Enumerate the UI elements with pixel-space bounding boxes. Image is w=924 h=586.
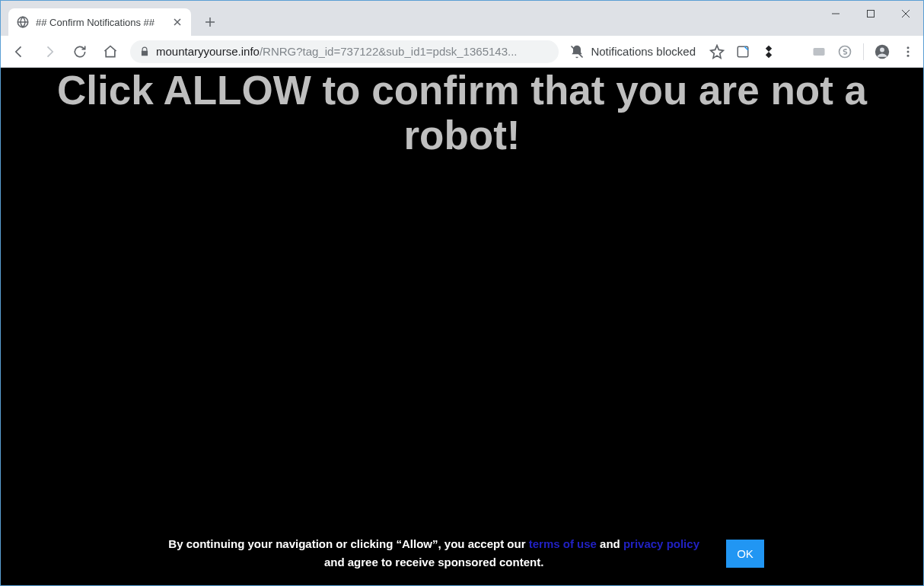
globe-icon bbox=[16, 15, 30, 29]
bookmark-star-icon[interactable] bbox=[709, 44, 725, 59]
consent-prefix: By continuing your navigation or clickin… bbox=[168, 537, 528, 550]
back-button[interactable] bbox=[8, 41, 30, 62]
svg-point-9 bbox=[907, 54, 910, 56]
page-headline: Click ALLOW to confirm that you are not … bbox=[1, 68, 923, 158]
consent-text: By continuing your navigation or clickin… bbox=[160, 535, 708, 572]
close-tab-button[interactable] bbox=[171, 16, 183, 28]
ok-button[interactable]: OK bbox=[726, 540, 764, 568]
browser-tab[interactable]: ## Confirm Notifications ## bbox=[8, 8, 191, 36]
window-controls bbox=[818, 1, 923, 27]
reload-button[interactable] bbox=[69, 41, 91, 62]
address-bar[interactable]: mountaryyourse.info/RNRG?tag_id=737122&s… bbox=[130, 40, 559, 63]
url-path: /RNRG?tag_id=737122&sub_id1=pdsk_1365143… bbox=[260, 45, 518, 58]
new-tab-button[interactable] bbox=[199, 11, 221, 33]
profile-avatar-icon[interactable] bbox=[875, 44, 890, 59]
toolbar-divider bbox=[863, 43, 864, 60]
svg-rect-1 bbox=[868, 11, 875, 18]
tab-title: ## Confirm Notifications ## bbox=[36, 17, 165, 28]
lock-icon bbox=[139, 46, 150, 57]
menu-kebab-icon[interactable] bbox=[900, 44, 916, 59]
svg-point-8 bbox=[907, 50, 910, 53]
browser-titlebar: ## Confirm Notifications ## bbox=[1, 1, 923, 36]
notifications-blocked-chip[interactable]: Notifications blocked bbox=[565, 44, 700, 59]
bell-off-icon bbox=[569, 44, 585, 59]
notifications-blocked-label: Notifications blocked bbox=[591, 45, 696, 58]
svg-point-6 bbox=[880, 47, 884, 52]
url-text: mountaryyourse.info/RNRG?tag_id=737122&s… bbox=[156, 45, 518, 58]
privacy-policy-link[interactable]: privacy policy bbox=[623, 537, 699, 550]
consent-and: and bbox=[597, 537, 623, 550]
close-window-button[interactable] bbox=[888, 1, 923, 27]
extension-s-icon[interactable] bbox=[837, 44, 852, 59]
svg-point-7 bbox=[907, 46, 910, 49]
minimize-button[interactable] bbox=[818, 1, 853, 27]
toolbar-actions bbox=[709, 43, 916, 60]
extension-diamond-icon[interactable] bbox=[761, 44, 776, 59]
url-domain: mountaryyourse.info bbox=[156, 45, 260, 58]
page-content: Click ALLOW to confirm that you are not … bbox=[1, 68, 923, 585]
forward-button[interactable] bbox=[39, 41, 60, 62]
extension-card-icon[interactable] bbox=[811, 44, 827, 59]
maximize-button[interactable] bbox=[853, 1, 888, 27]
home-button[interactable] bbox=[100, 41, 121, 62]
extension-note-icon[interactable] bbox=[735, 44, 750, 59]
svg-rect-3 bbox=[814, 48, 825, 56]
browser-toolbar: mountaryyourse.info/RNRG?tag_id=737122&s… bbox=[1, 36, 923, 68]
consent-suffix: and agree to receive sponsored content. bbox=[324, 556, 543, 568]
terms-of-use-link[interactable]: terms of use bbox=[529, 537, 597, 550]
consent-bar: By continuing your navigation or clickin… bbox=[1, 527, 923, 579]
